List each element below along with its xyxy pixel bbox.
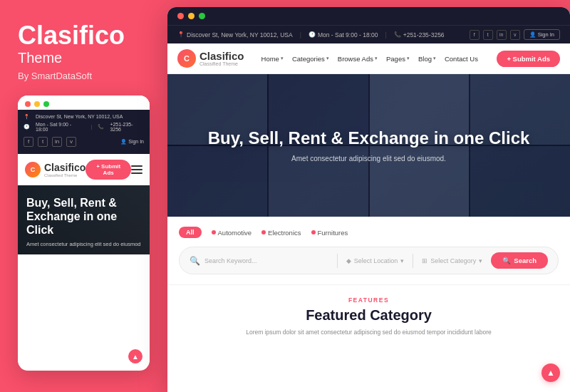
- desktop-vimeo-icon[interactable]: v: [510, 30, 520, 40]
- desktop-clock-icon: 🕐: [309, 31, 316, 38]
- desktop-linkedin-icon[interactable]: in: [497, 30, 507, 40]
- pages-chevron-icon: ▾: [407, 56, 410, 61]
- search-tabs: All Automotive Electronics Furnitures: [179, 227, 559, 238]
- search-tab-all[interactable]: All: [179, 227, 202, 238]
- desktop-user-icon: 👤: [529, 31, 536, 38]
- category-grid-icon: ⊞: [422, 257, 428, 264]
- mobile-nav: C Clasifico Classified Theme + Submit Ad…: [18, 154, 150, 185]
- desktop-signin-button[interactable]: 👤 Sign In: [524, 29, 560, 40]
- mobile-phone: +251-235-3256: [110, 122, 144, 132]
- mobile-contact-row: 🕐 Mon - Sat 9:00 - 18:00 | 📞 +251-235-32…: [24, 122, 144, 132]
- nav-link-contact[interactable]: Contact Us: [445, 55, 478, 63]
- mobile-logo-name: Clasifico: [44, 162, 86, 173]
- desktop-dot-yellow: [188, 13, 195, 19]
- blog-chevron-icon: ▾: [433, 56, 436, 61]
- search-icon: 🔍: [190, 256, 200, 266]
- desktop-hours: Mon - Sat 9:00 - 18:00: [318, 31, 378, 38]
- desktop-address: Discover St, New York, NY 10012, USA: [187, 31, 293, 38]
- desktop-phone: +251-235-3256: [403, 31, 445, 38]
- search-tab-automotive[interactable]: Automotive: [212, 229, 252, 237]
- mobile-vimeo-icon[interactable]: v: [66, 137, 76, 147]
- desktop-hours-item: 🕐 Mon - Sat 9:00 - 18:00: [309, 31, 378, 38]
- features-description: Lorem ipsum dolor sit amet consectetur a…: [205, 328, 533, 337]
- desktop-logo-icon: C: [177, 49, 196, 68]
- mobile-hours: Mon - Sat 9:00 - 18:00: [36, 122, 86, 132]
- nav-link-blog[interactable]: Blog ▾: [418, 55, 436, 63]
- search-btn-icon: 🔍: [502, 257, 511, 264]
- features-label: FEATURES: [179, 296, 559, 304]
- mobile-logo: C Clasifico Classified Theme: [25, 162, 86, 177]
- nav-link-categories[interactable]: Categories ▾: [292, 55, 329, 63]
- desktop-hero: Buy, Sell, Rent & Exchange in one Click …: [167, 74, 570, 217]
- desktop-phone-icon: 📞: [394, 31, 401, 38]
- nav-link-pages[interactable]: Pages ▾: [386, 55, 410, 63]
- mobile-topbar: [18, 96, 150, 110]
- desktop-dot-green: [199, 13, 205, 19]
- desktop-social-group: f t in v 👤 Sign In: [470, 29, 560, 40]
- search-bar: 🔍 Search Keyword... ◆ Select Location ▾ …: [179, 247, 559, 274]
- desktop-scroll-up-button[interactable]: ▲: [542, 363, 560, 382]
- automotive-dot: [212, 230, 216, 234]
- mobile-submit-button[interactable]: + Submit Ads: [86, 160, 131, 180]
- mobile-preview-card: 📍 Discover St, New York, NY 10012, USA 🕐…: [18, 96, 150, 371]
- electronics-dot: [261, 230, 266, 234]
- desktop-header-bar: 📍 Discover St, New York, NY 10012, USA |…: [167, 25, 570, 43]
- desktop-phone-item: 📞 +251-235-3256: [394, 31, 445, 38]
- desktop-nav-links: Home ▾ Categories ▾ Browse Ads ▾ Pages ▾…: [261, 55, 487, 63]
- desktop-twitter-icon[interactable]: t: [483, 30, 493, 40]
- clock-icon: 🕐: [24, 124, 30, 130]
- location-chevron-icon: ▾: [400, 257, 404, 264]
- desktop-facebook-icon[interactable]: f: [470, 30, 480, 40]
- desktop-dot-red: [177, 13, 184, 19]
- desktop-logo-name: Clasifico: [200, 51, 244, 61]
- desktop-search-section: All Automotive Electronics Furnitures 🔍 …: [167, 217, 570, 285]
- browse-ads-chevron-icon: ▾: [375, 56, 378, 61]
- page-container: Clasifico Theme By SmartDataSoft 📍 Disco…: [0, 0, 570, 392]
- features-title: Featured Category: [179, 307, 559, 324]
- desktop-logo: C Clasifico Classified Theme: [177, 49, 244, 68]
- furnitures-dot: [311, 230, 316, 234]
- search-tab-electronics[interactable]: Electronics: [261, 229, 301, 237]
- home-chevron-icon: ▾: [281, 56, 284, 61]
- search-location[interactable]: ◆ Select Location ▾: [346, 257, 405, 264]
- desktop-hero-title: Buy, Sell, Rent & Exchange in one Click: [208, 128, 530, 149]
- dot-green: [43, 101, 49, 107]
- desktop-hero-content: Buy, Sell, Rent & Exchange in one Click …: [208, 128, 530, 163]
- mobile-hero: Buy, Sell, Rent & Exchange in one Click …: [18, 185, 150, 254]
- search-tab-furnitures[interactable]: Furnitures: [311, 229, 348, 237]
- nav-link-browse-ads[interactable]: Browse Ads ▾: [338, 55, 378, 63]
- mobile-social-row: f t in v 👤 Sign In: [24, 134, 144, 150]
- user-icon: 👤: [120, 139, 127, 145]
- desktop-features-section: FEATURES Featured Category Lorem ipsum d…: [167, 285, 570, 392]
- mobile-address: Discover St, New York, NY 10012, USA: [36, 114, 123, 119]
- desktop-nav: C Clasifico Classified Theme Home ▾ Cate…: [167, 43, 570, 74]
- mobile-linkedin-icon[interactable]: in: [52, 137, 62, 147]
- left-panel: Clasifico Theme By SmartDataSoft 📍 Disco…: [0, 0, 167, 392]
- search-keyword-input[interactable]: Search Keyword...: [204, 257, 328, 264]
- search-category[interactable]: ⊞ Select Category ▾: [422, 257, 482, 264]
- mobile-signin[interactable]: 👤 Sign In: [120, 139, 144, 145]
- desktop-location-icon: 📍: [177, 31, 185, 38]
- mobile-hero-area: Buy, Sell, Rent & Exchange in one Click …: [18, 185, 150, 371]
- desktop-preview-panel: 📍 Discover St, New York, NY 10012, USA |…: [167, 7, 570, 392]
- brand-subtitle: Theme: [18, 50, 150, 66]
- search-divider-1: [337, 254, 338, 268]
- phone-icon: 📞: [98, 124, 104, 130]
- desktop-hero-subtitle: Amet consectetur adipiscing elit sed do …: [208, 155, 530, 163]
- nav-link-home[interactable]: Home ▾: [261, 55, 284, 63]
- mobile-hero-subtitle: Amet consectetur adipiscing elit sed do …: [26, 241, 141, 249]
- mobile-facebook-icon[interactable]: f: [24, 137, 33, 147]
- desktop-submit-button[interactable]: + Submit Ads: [497, 51, 560, 67]
- brand-by: By SmartDataSoft: [18, 71, 150, 81]
- desktop-address-item: 📍 Discover St, New York, NY 10012, USA: [177, 31, 293, 38]
- mobile-twitter-icon[interactable]: t: [38, 137, 48, 147]
- mobile-address-row: 📍 Discover St, New York, NY 10012, USA: [24, 114, 144, 120]
- search-button[interactable]: 🔍 Search: [491, 252, 548, 269]
- location-icon: 📍: [24, 114, 30, 120]
- brand-title: Clasifico: [18, 21, 150, 50]
- mobile-hero-title: Buy, Sell, Rent & Exchange in one Click: [26, 196, 141, 237]
- mobile-scroll-up-button[interactable]: ▲: [128, 349, 142, 363]
- location-marker-icon: ◆: [346, 257, 351, 264]
- mobile-hamburger-menu[interactable]: [131, 165, 142, 174]
- dot-yellow: [34, 101, 40, 107]
